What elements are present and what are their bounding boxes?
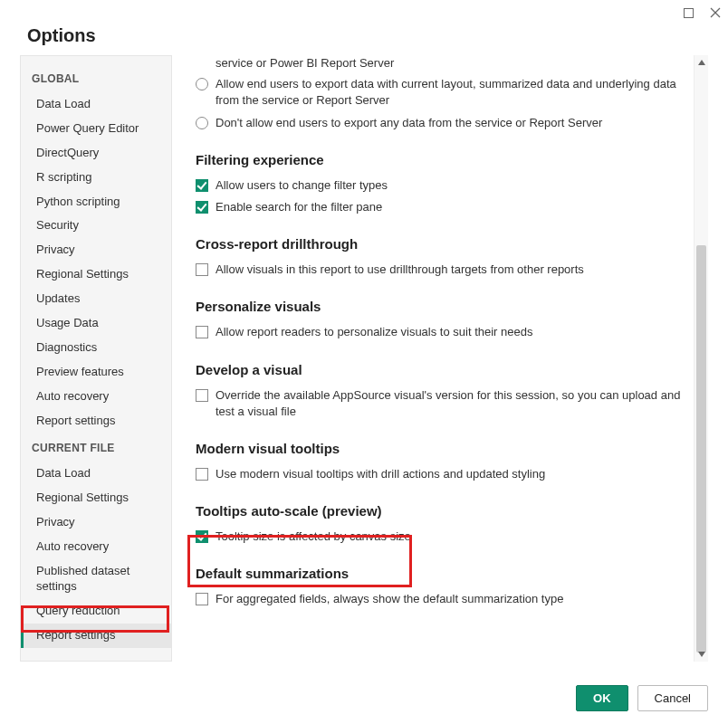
nav-file-data-load[interactable]: Data Load — [21, 462, 171, 486]
option-label: Enable search for the filter pane — [216, 199, 382, 215]
nav-global-regional[interactable]: Regional Settings — [21, 262, 171, 287]
sidebar-section-global: GLOBAL — [21, 63, 171, 92]
nav-file-auto-recovery[interactable]: Auto recovery — [21, 535, 171, 559]
nav-global-report-settings[interactable]: Report settings — [21, 409, 171, 433]
group-autoscale-title: Tooltips auto-scale (preview) — [196, 503, 692, 519]
close-icon[interactable] — [708, 5, 723, 20]
maximize-icon[interactable] — [681, 5, 695, 20]
opt-develop-visual[interactable]: Override the available AppSource visual'… — [196, 385, 692, 423]
checkbox-icon[interactable] — [196, 263, 208, 276]
scroll-thumb[interactable] — [696, 245, 706, 653]
nav-global-directquery[interactable]: DirectQuery — [21, 141, 171, 166]
export-radio-none[interactable]: Don't allow end users to export any data… — [196, 112, 692, 134]
group-defaultsum-title: Default summarizations — [196, 566, 692, 581]
nav-global-usage-data[interactable]: Usage Data — [21, 311, 171, 336]
scrollbar[interactable] — [694, 55, 708, 662]
scroll-down-icon[interactable] — [694, 647, 708, 662]
option-label: Tooltip size is affected by canvas size — [216, 529, 411, 545]
opt-filter-search[interactable]: Enable search for the filter pane — [196, 196, 692, 218]
dialog-title: Options — [0, 0, 728, 55]
opt-default-summarization[interactable]: For aggregated fields, always show the d… — [196, 588, 692, 610]
checkbox-icon[interactable] — [196, 201, 208, 214]
nav-global-auto-recovery[interactable]: Auto recovery — [21, 385, 171, 409]
checkbox-icon[interactable] — [196, 530, 208, 543]
option-label: Allow report readers to personalize visu… — [216, 324, 532, 340]
sidebar-section-current-file: CURRENT FILE — [21, 433, 171, 462]
radio-icon[interactable] — [196, 117, 208, 129]
option-label: Use modern visual tooltips with drill ac… — [216, 466, 545, 482]
option-label: Allow end users to export data with curr… — [216, 76, 692, 109]
svg-rect-0 — [684, 8, 693, 17]
checkbox-icon[interactable] — [196, 593, 208, 605]
group-personalize-title: Personalize visuals — [196, 299, 692, 314]
export-option-truncated: service or Power BI Report Server — [196, 55, 692, 71]
opt-personalize-visuals[interactable]: Allow report readers to personalize visu… — [196, 321, 692, 343]
option-label: Allow users to change filter types — [216, 177, 388, 194]
nav-global-diagnostics[interactable]: Diagnostics — [21, 336, 171, 360]
nav-global-power-query[interactable]: Power Query Editor — [21, 117, 171, 141]
checkbox-icon[interactable] — [196, 179, 208, 192]
option-label: For aggregated fields, always show the d… — [216, 591, 563, 607]
nav-global-updates[interactable]: Updates — [21, 287, 171, 311]
nav-file-privacy[interactable]: Privacy — [21, 510, 171, 535]
nav-global-python-scripting[interactable]: Python scripting — [21, 190, 171, 214]
svg-marker-4 — [698, 652, 705, 657]
cancel-button[interactable]: Cancel — [637, 685, 708, 711]
nav-file-query-reduction[interactable]: Query reduction — [21, 599, 171, 624]
opt-filter-types[interactable]: Allow users to change filter types — [196, 175, 692, 196]
svg-marker-3 — [698, 60, 705, 65]
option-label: Allow visuals in this report to use dril… — [216, 262, 584, 278]
option-label: Don't allow end users to export any data… — [216, 115, 602, 131]
ok-button[interactable]: OK — [576, 685, 628, 711]
opt-tooltips-autoscale[interactable]: Tooltip size is affected by canvas size — [196, 526, 692, 548]
nav-file-report-settings[interactable]: Report settings — [21, 624, 171, 648]
checkbox-icon[interactable] — [196, 326, 208, 338]
export-radio-current-layout[interactable]: Allow end users to export data with curr… — [196, 73, 692, 111]
group-cross-title: Cross-report drillthrough — [196, 236, 692, 252]
nav-file-regional[interactable]: Regional Settings — [21, 486, 171, 510]
nav-global-privacy[interactable]: Privacy — [21, 238, 171, 262]
sidebar: GLOBAL Data Load Power Query Editor Dire… — [20, 55, 172, 662]
group-develop-title: Develop a visual — [196, 362, 692, 377]
nav-global-security[interactable]: Security — [21, 214, 171, 238]
nav-global-r-scripting[interactable]: R scripting — [21, 166, 171, 190]
checkbox-icon[interactable] — [196, 389, 208, 402]
nav-file-published-dataset[interactable]: Published dataset settings — [21, 559, 171, 599]
group-modern-title: Modern visual tooltips — [196, 441, 692, 456]
nav-global-data-load[interactable]: Data Load — [21, 92, 171, 117]
settings-content: service or Power BI Report Server Allow … — [172, 55, 708, 662]
group-filtering-title: Filtering experience — [196, 152, 692, 167]
opt-modern-tooltips[interactable]: Use modern visual tooltips with drill ac… — [196, 463, 692, 485]
opt-cross-drillthrough[interactable]: Allow visuals in this report to use dril… — [196, 259, 692, 281]
nav-global-preview-features[interactable]: Preview features — [21, 360, 171, 385]
radio-icon[interactable] — [196, 78, 208, 90]
option-label: Override the available AppSource visual'… — [216, 387, 692, 420]
checkbox-icon[interactable] — [196, 468, 208, 481]
scroll-up-icon[interactable] — [694, 55, 708, 70]
